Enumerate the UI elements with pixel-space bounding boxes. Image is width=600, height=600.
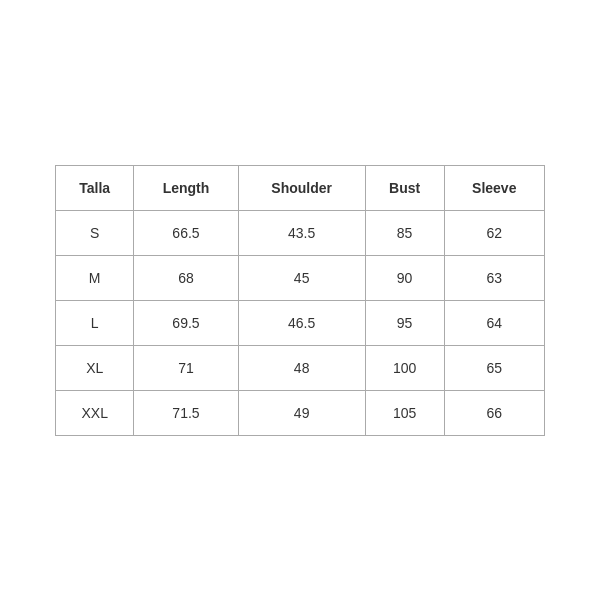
col-header-length: Length xyxy=(134,165,238,210)
cell-0-0: S xyxy=(56,210,134,255)
header-row: Talla Length Shoulder Bust Sleeve xyxy=(56,165,545,210)
cell-4-4: 66 xyxy=(444,390,545,435)
table-row: M68459063 xyxy=(56,255,545,300)
cell-0-2: 43.5 xyxy=(238,210,365,255)
cell-1-1: 68 xyxy=(134,255,238,300)
table-row: XXL71.54910566 xyxy=(56,390,545,435)
cell-4-3: 105 xyxy=(365,390,444,435)
col-header-shoulder: Shoulder xyxy=(238,165,365,210)
cell-0-3: 85 xyxy=(365,210,444,255)
cell-1-3: 90 xyxy=(365,255,444,300)
cell-3-4: 65 xyxy=(444,345,545,390)
col-header-sleeve: Sleeve xyxy=(444,165,545,210)
cell-4-2: 49 xyxy=(238,390,365,435)
cell-2-2: 46.5 xyxy=(238,300,365,345)
cell-4-1: 71.5 xyxy=(134,390,238,435)
table-row: XL714810065 xyxy=(56,345,545,390)
cell-2-4: 64 xyxy=(444,300,545,345)
table-row: S66.543.58562 xyxy=(56,210,545,255)
size-chart-table: Talla Length Shoulder Bust Sleeve S66.54… xyxy=(55,165,545,436)
col-header-talla: Talla xyxy=(56,165,134,210)
table-row: L69.546.59564 xyxy=(56,300,545,345)
cell-1-2: 45 xyxy=(238,255,365,300)
cell-1-4: 63 xyxy=(444,255,545,300)
cell-0-1: 66.5 xyxy=(134,210,238,255)
size-chart-container: Talla Length Shoulder Bust Sleeve S66.54… xyxy=(55,165,545,436)
cell-2-3: 95 xyxy=(365,300,444,345)
col-header-bust: Bust xyxy=(365,165,444,210)
cell-3-2: 48 xyxy=(238,345,365,390)
cell-0-4: 62 xyxy=(444,210,545,255)
cell-1-0: M xyxy=(56,255,134,300)
cell-4-0: XXL xyxy=(56,390,134,435)
cell-3-1: 71 xyxy=(134,345,238,390)
cell-2-0: L xyxy=(56,300,134,345)
cell-3-0: XL xyxy=(56,345,134,390)
cell-3-3: 100 xyxy=(365,345,444,390)
cell-2-1: 69.5 xyxy=(134,300,238,345)
